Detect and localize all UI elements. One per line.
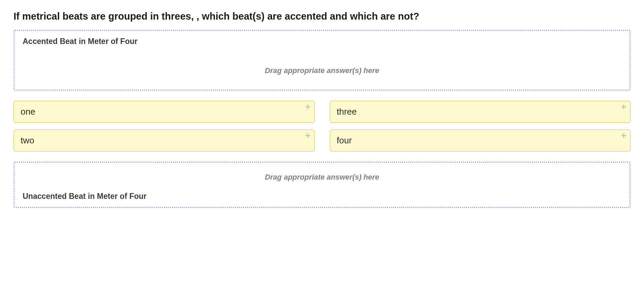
answer-option-four[interactable]: four (330, 130, 631, 152)
move-icon (621, 133, 626, 138)
answer-option-label: two (21, 135, 34, 145)
drop-zone-unaccented-hint: Drag appropriate answer(s) here (23, 173, 621, 182)
answer-option-two[interactable]: two (14, 130, 315, 152)
answer-options-container: one three two four (14, 101, 630, 152)
move-icon (305, 133, 310, 138)
answer-option-label: one (21, 107, 35, 117)
drop-zone-unaccented[interactable]: Drag appropriate answer(s) here Unaccent… (14, 162, 630, 208)
drop-zone-accented-title: Accented Beat in Meter of Four (23, 37, 621, 46)
move-icon (305, 105, 310, 109)
answer-option-three[interactable]: three (330, 101, 631, 123)
answer-option-label: four (337, 135, 352, 145)
drop-zone-unaccented-title: Unaccented Beat in Meter of Four (23, 192, 621, 201)
answer-option-label: three (337, 107, 357, 117)
question-prompt: If metrical beats are grouped in threes,… (14, 10, 630, 23)
answer-option-one[interactable]: one (14, 101, 315, 123)
drop-zone-accented-hint: Drag appropriate answer(s) here (23, 66, 621, 75)
move-icon (621, 105, 626, 109)
drop-zone-accented[interactable]: Accented Beat in Meter of Four Drag appr… (14, 30, 630, 91)
